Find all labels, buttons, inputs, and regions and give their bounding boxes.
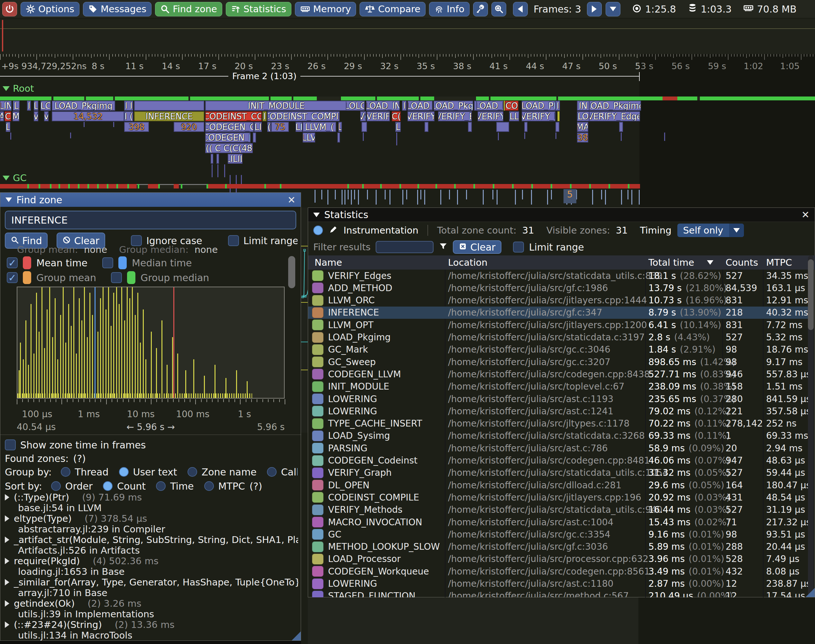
timeline-zone-verify-edge[interactable]: VERIFY_Edge bbox=[589, 111, 640, 121]
timeline-zone-verif[interactable]: VERIF bbox=[367, 111, 390, 121]
timeline-zone-l[interactable]: L bbox=[339, 122, 342, 132]
range-span-label[interactable]: ← 5.96 s → bbox=[126, 422, 175, 432]
timeline-zone[interactable] bbox=[496, 122, 509, 132]
gc-zone-tick[interactable] bbox=[515, 190, 516, 205]
timeline-zone-c[interactable]: C bbox=[5, 111, 11, 121]
timeline-zone-codeinst-compil[interactable]: CODEINST_COMPIL bbox=[267, 111, 340, 121]
next-frame-button[interactable] bbox=[587, 2, 602, 17]
time-radio[interactable] bbox=[156, 481, 165, 491]
timeline-zone-co[interactable]: CO bbox=[505, 101, 518, 110]
group-mean-checkbox[interactable]: ✓ bbox=[7, 272, 18, 283]
timeline-zone-lin[interactable]: LIN bbox=[0, 101, 12, 110]
table-row-gc_sweep[interactable]: GC_Sweep/home/kristofferc/julia/src/gc.c… bbox=[308, 356, 809, 368]
timeline-zone[interactable] bbox=[216, 154, 219, 164]
timeline-zone[interactable] bbox=[337, 132, 340, 143]
table-row-verify_edges[interactable]: VERIFY_Edges/home/kristofferc/julia/src/… bbox=[308, 270, 809, 282]
timeline-zone-verify[interactable]: VERIFY bbox=[478, 111, 503, 121]
toolbar-compare-button[interactable]: Compare bbox=[360, 2, 426, 17]
timeline-zone-i-[interactable]: I ( bbox=[124, 111, 133, 121]
gc-zone-tick[interactable] bbox=[551, 190, 552, 199]
table-row-type_cache_insert[interactable]: TYPE_CACHE_INSERT/home/kristofferc/julia… bbox=[308, 417, 809, 430]
timeline-zone-920[interactable]: 920 bbox=[174, 122, 204, 132]
gc-zone-tick[interactable] bbox=[592, 190, 593, 205]
timeline-zone-codeinst-co[interactable]: CODEINST_CO bbox=[205, 111, 262, 121]
table-row-verify_methods[interactable]: VERIFY_Methods/home/kristofferc/julia/sr… bbox=[308, 504, 809, 516]
timeline-zone-398[interactable]: 398 bbox=[124, 122, 149, 132]
column-header-mtpc[interactable]: MTPC bbox=[766, 257, 792, 268]
timeline-zone-l[interactable]: l bbox=[27, 101, 31, 110]
find-zone-scrollbar-thumb[interactable] bbox=[288, 256, 295, 288]
gc-zone-tick[interactable] bbox=[621, 190, 622, 205]
toolbar-statistics-button[interactable]: Statistics bbox=[226, 2, 291, 17]
timeline-zone-load-pkgimg[interactable]: LOAD_Pkgimg bbox=[52, 101, 115, 110]
timeline-zone-in[interactable]: IN bbox=[577, 101, 589, 110]
timeline-zone-lc[interactable]: LC bbox=[41, 101, 51, 110]
timeline-zone-l[interactable]: l bbox=[402, 101, 406, 110]
timeline-zone-load-pkgimg[interactable]: LOAD_Pkgimg bbox=[589, 101, 641, 110]
timeline-zone-i[interactable]: I bbox=[262, 111, 267, 121]
timeline-zone-v[interactable]: V bbox=[34, 111, 38, 121]
timeline-zone--c-c-c-48[interactable]: (( C C(C(48 bbox=[205, 143, 253, 153]
timeline-zone-codegen-l[interactable]: CODEGEN_L bbox=[205, 132, 251, 143]
gc-zone-tick[interactable] bbox=[522, 190, 523, 199]
expand-arrow-icon[interactable] bbox=[5, 537, 9, 543]
column-header-location[interactable]: Location bbox=[448, 257, 487, 268]
table-row-add_method[interactable]: ADD_METHOD/home/kristofferc/julia/src/gf… bbox=[308, 282, 809, 294]
table-row-codeinst_compile[interactable]: CODEINST_COMPILE/home/kristofferc/julia/… bbox=[308, 491, 809, 503]
gc-zone-tick[interactable] bbox=[547, 190, 548, 205]
gc-zone-tick[interactable] bbox=[328, 190, 328, 205]
table-row-lowering[interactable]: LOWERING/home/kristofferc/julia/src/ast.… bbox=[308, 393, 809, 405]
table-row-llvm_opt[interactable]: LLVM_OPT/home/kristofferc/julia/src/jitl… bbox=[308, 319, 809, 331]
gc-zone-tick[interactable] bbox=[342, 190, 343, 205]
timeline-zone-l[interactable]: L bbox=[13, 101, 20, 110]
zone-name-radio[interactable] bbox=[187, 467, 197, 477]
gc-collapser[interactable]: GC bbox=[3, 172, 27, 183]
limit-range-checkbox[interactable]: ✓ bbox=[228, 235, 239, 246]
gc-zone-tick[interactable] bbox=[457, 190, 458, 205]
resize-handle[interactable] bbox=[806, 588, 815, 597]
timeline-zone[interactable] bbox=[558, 111, 560, 121]
gc-zone-tick[interactable] bbox=[367, 190, 368, 199]
mean-time-checkbox[interactable]: ✓ bbox=[7, 258, 18, 268]
timeline-zone-c-[interactable]: C( bbox=[392, 111, 401, 121]
table-row-llvm_orc[interactable]: LLVM_ORC/home/kristofferc/julia/src/jitl… bbox=[308, 294, 809, 307]
gc-zone-tick[interactable] bbox=[402, 190, 403, 205]
funnel-icon[interactable] bbox=[439, 242, 448, 252]
table-row-lowering[interactable]: LOWERING/home/kristofferc/julia/src/ast.… bbox=[308, 405, 809, 417]
gc-zone-tick[interactable] bbox=[424, 190, 425, 205]
gc-zone-tick[interactable] bbox=[628, 190, 628, 199]
timeline-zone[interactable] bbox=[253, 132, 256, 143]
expand-arrow-icon[interactable] bbox=[5, 515, 9, 522]
timeline-zone-li[interactable]: LI bbox=[254, 122, 262, 132]
help-icon[interactable]: (?) bbox=[250, 481, 262, 492]
gc-zone-tick[interactable] bbox=[449, 190, 450, 199]
timeline-zone[interactable] bbox=[134, 101, 204, 110]
table-row-inference[interactable]: INFERENCE/home/kristofferc/julia/src/gf.… bbox=[308, 307, 809, 319]
toolbar-tools-button[interactable] bbox=[473, 2, 488, 17]
gc-zone-tick[interactable] bbox=[348, 190, 349, 199]
table-row-init_module[interactable]: INIT_MODULE/home/kristofferc/julia/src/t… bbox=[308, 380, 809, 393]
timeline-zone-a[interactable]: A bbox=[0, 111, 4, 121]
found-zone-item[interactable]: _similar_for(Array, Type, Generator, Has… bbox=[5, 577, 298, 598]
timeline-zone-verify[interactable]: VERIFY bbox=[408, 111, 435, 121]
timeline-zone-ll[interactable]: LL bbox=[509, 111, 519, 121]
toolbar-find-zone-button[interactable]: Find zone bbox=[155, 2, 222, 17]
mtpc-radio[interactable] bbox=[204, 481, 214, 491]
gc-zone-tick[interactable] bbox=[605, 190, 606, 205]
instrumentation-radio[interactable] bbox=[313, 225, 323, 235]
timeline-zone-load-pkgi[interactable]: LOAD_Pkgi bbox=[434, 101, 473, 110]
frames-overview-strip[interactable] bbox=[0, 18, 815, 54]
gc-zone-tick[interactable] bbox=[358, 190, 359, 205]
expand-arrow-icon[interactable] bbox=[5, 621, 9, 628]
toolbar-messages-button[interactable]: Messages bbox=[83, 2, 152, 17]
timeline-zone-llv[interactable]: LLV bbox=[303, 132, 315, 143]
stats-limit-range-checkbox[interactable]: ✓ bbox=[513, 242, 524, 253]
user-text-radio[interactable] bbox=[119, 467, 129, 477]
table-row-codegen_codeinst[interactable]: CODEGEN_Codeinst/home/kristofferc/julia/… bbox=[308, 454, 809, 467]
timeline-zone-l[interactable]: L bbox=[6, 122, 10, 132]
toolbar-options-button[interactable]: Options bbox=[21, 2, 80, 17]
gc-zone-tick[interactable] bbox=[351, 190, 352, 205]
table-row-gc_mark[interactable]: GC_Mark/home/kristofferc/julia/src/gc.c:… bbox=[308, 343, 809, 356]
table-row-parsing[interactable]: PARSING/home/kristofferc/julia/src/ast.c… bbox=[308, 442, 809, 454]
frame-activity-bar[interactable] bbox=[0, 97, 815, 100]
